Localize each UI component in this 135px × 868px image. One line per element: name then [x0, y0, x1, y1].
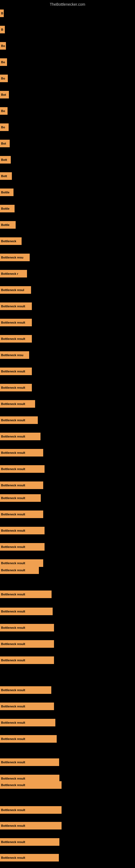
bar-label: Bo: [1, 44, 5, 48]
bar-label: Bo: [1, 77, 5, 80]
bar-item: Bott: [0, 172, 12, 180]
bar-label: Bottleneck result: [1, 402, 25, 405]
bar-label: Bottle: [1, 223, 9, 226]
bar-label: Bottleneck result: [1, 777, 25, 780]
bar-label: Bottleneck resu: [1, 256, 24, 259]
bar-label: Bottleneck result: [1, 561, 25, 565]
bar-label: Bottleneck result: [1, 451, 25, 454]
bar-item: Bottleneck result: [0, 590, 52, 598]
bar-item: Bo: [0, 107, 8, 115]
bar-item: Bo: [0, 58, 7, 66]
bar-item: B: [0, 26, 5, 33]
bar-item: Bottleneck result: [0, 686, 51, 694]
bar-item: Bot: [0, 91, 9, 98]
bar-label: Bottleneck result: [1, 808, 25, 812]
bar-label: Bottle: [1, 191, 9, 194]
bar-item: Bottleneck result: [0, 566, 39, 574]
bar-item: Bottleneck result: [0, 703, 54, 710]
bar-label: Bott: [1, 158, 7, 161]
bar-item: Bottleneck result: [0, 838, 59, 846]
bar-label: Bottleneck resu: [1, 353, 24, 357]
bar-item: Bo: [0, 123, 9, 131]
bar-item: Bottleneck result: [0, 543, 45, 551]
bar-label: Bot: [1, 93, 6, 96]
bar-label: Bottleneck result: [1, 783, 25, 786]
bar-label: Bottleneck result: [1, 705, 25, 708]
site-title: TheBottlenecker.com: [0, 0, 135, 8]
bar-item: Bottleneck result: [0, 303, 32, 310]
bar-label: Bottleneck resul: [1, 288, 24, 291]
bar-label: Bottleneck result: [1, 496, 25, 500]
bar-item: Bottleneck result: [0, 335, 32, 343]
bar-label: Bottleneck result: [1, 721, 25, 724]
bar-label: Bottleneck result: [1, 856, 25, 859]
bar-item: Bottleneck result: [0, 416, 38, 424]
bar-item: Bottleneck result: [0, 319, 32, 326]
bar-label: Bottleneck result: [1, 337, 25, 340]
bar-item: Bottleneck result: [0, 656, 54, 664]
bar-item: Bottle: [0, 205, 14, 212]
bar-item: Bottleneck result: [0, 449, 43, 457]
bar-label: Bottleneck result: [1, 659, 25, 662]
bar-label: Bo: [1, 61, 5, 64]
bar-item: Bo: [0, 42, 6, 50]
bar-item: Bottleneck resu: [0, 351, 29, 359]
bar-item: Bottleneck result: [0, 781, 61, 789]
bar-item: Bottleneck result: [0, 624, 54, 631]
bar-item: Bottleneck result: [0, 735, 57, 743]
bar-item: Bottleneck: [0, 237, 21, 245]
bar-item: Bottleneck result: [0, 719, 55, 726]
bar-item: B: [0, 9, 4, 17]
bar-item: Bottleneck result: [0, 854, 59, 862]
bar-item: Bot: [0, 140, 10, 147]
bar-label: Bottleneck result: [1, 513, 25, 516]
bar-label: Bottleneck result: [1, 626, 25, 629]
bar-label: Bottleneck result: [1, 418, 25, 422]
bar-label: Bottleneck result: [1, 435, 25, 438]
bar-label: Bottleneck result: [1, 593, 25, 596]
bar-label: Bo: [1, 109, 5, 113]
bar-label: Bottleneck result: [1, 688, 25, 692]
bar-label: Bottleneck result: [1, 642, 25, 646]
bar-label: Bo: [1, 126, 5, 129]
bar-item: Bottleneck resul: [0, 286, 31, 294]
bar-label: Bottleneck result: [1, 370, 25, 373]
bar-item: Bottleneck result: [0, 465, 45, 473]
bar-label: Bot: [1, 142, 6, 145]
bar-item: Bottleneck result: [0, 384, 32, 392]
bar-item: Bottleneck result: [0, 482, 43, 489]
bar-item: Bottleneck result: [0, 640, 54, 648]
bar-label: Bottleneck result: [1, 386, 25, 389]
bar-label: Bott: [1, 175, 7, 178]
bar-item: Bottleneck result: [0, 806, 61, 814]
bar-label: Bottleneck result: [1, 545, 25, 549]
bar-item: Bottleneck result: [0, 368, 32, 375]
bar-item: Bottleneck result: [0, 822, 61, 830]
bar-label: Bottle: [1, 207, 9, 210]
bar-label: Bottleneck result: [1, 529, 25, 532]
bar-label: Bottleneck result: [1, 321, 25, 324]
bar-item: Bottleneck result: [0, 494, 41, 502]
bar-label: Bottleneck result: [1, 761, 25, 764]
bar-label: Bottleneck result: [1, 840, 25, 844]
bar-label: B: [1, 28, 3, 31]
bar-item: Bottle: [0, 188, 13, 196]
bar-item: Bottleneck result: [0, 527, 45, 534]
bar-label: B: [1, 12, 3, 15]
bar-label: Bottleneck result: [1, 610, 25, 613]
bar-item: Bottleneck resu: [0, 254, 30, 261]
bar-label: Bottleneck result: [1, 568, 25, 572]
bar-label: Bottleneck: [1, 240, 16, 243]
bar-label: Bottleneck result: [1, 484, 25, 487]
bar-label: Bottleneck result: [1, 305, 25, 308]
bar-label: Bottleneck result: [1, 467, 25, 471]
bar-item: Bottle: [0, 221, 16, 229]
bar-item: Bottleneck r: [0, 270, 27, 278]
bar-item: Bottleneck result: [0, 758, 59, 766]
bar-item: Bottleneck result: [0, 608, 53, 615]
bar-item: Bottleneck result: [0, 400, 35, 408]
bar-label: Bottleneck result: [1, 824, 25, 827]
bar-item: Bottleneck result: [0, 510, 43, 518]
bar-label: Bottleneck result: [1, 737, 25, 741]
bar-item: Bottleneck result: [0, 433, 41, 440]
